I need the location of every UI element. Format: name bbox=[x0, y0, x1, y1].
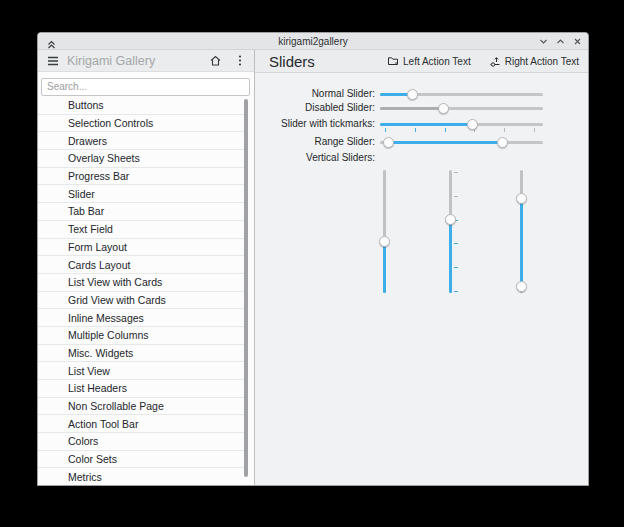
sidebar-item[interactable]: Drawers bbox=[38, 132, 246, 150]
normal-slider[interactable] bbox=[380, 88, 543, 100]
sidebar-item-label: List Headers bbox=[68, 382, 127, 394]
sliders-page: Normal Slider: Disabled Slider: Slider w… bbox=[255, 73, 588, 485]
app-window: kirigami2gallery Kirigami Gallery Button… bbox=[37, 32, 589, 486]
sidebar-nav-list: ButtonsSelection ControlsDrawersOverlay … bbox=[38, 97, 246, 485]
slider-handle[interactable] bbox=[379, 236, 390, 247]
maximize-icon[interactable] bbox=[556, 37, 565, 46]
sidebar-item-label: Text Field bbox=[68, 223, 113, 235]
sidebar-item-label: Slider bbox=[68, 188, 95, 200]
slider-fill bbox=[520, 198, 523, 287]
slider-fill bbox=[383, 241, 386, 293]
sidebar-item[interactable]: Multiple Columns bbox=[38, 327, 246, 345]
range-slider[interactable] bbox=[380, 136, 543, 148]
slider-fill bbox=[380, 107, 444, 110]
sidebar-item[interactable]: Slider bbox=[38, 185, 246, 203]
titlebar: kirigami2gallery bbox=[38, 33, 588, 50]
slider-tickmarks bbox=[385, 127, 534, 132]
page-title: Sliders bbox=[269, 53, 384, 70]
range-low-handle[interactable] bbox=[383, 137, 394, 148]
tick-mark bbox=[454, 267, 458, 268]
sidebar-item[interactable]: Colors bbox=[38, 433, 246, 451]
sidebar-item-label: Misc. Widgets bbox=[68, 347, 133, 359]
range-low-handle[interactable] bbox=[516, 193, 527, 204]
sidebar-item-label: Progress Bar bbox=[68, 170, 129, 182]
slider-fill bbox=[388, 141, 502, 144]
sidebar-item[interactable]: List Headers bbox=[38, 380, 246, 398]
tick-mark bbox=[385, 128, 386, 132]
tick-mark bbox=[454, 196, 458, 197]
sidebar-item[interactable]: Cards Layout bbox=[38, 256, 246, 274]
app-title: Kirigami Gallery bbox=[67, 54, 254, 68]
sidebar-item[interactable]: Progress Bar bbox=[38, 168, 246, 186]
sidebar-item[interactable]: Selection Controls bbox=[38, 115, 246, 133]
tick-mark bbox=[454, 172, 458, 173]
sidebar-item-label: Inline Messages bbox=[68, 312, 144, 324]
sidebar: Kirigami Gallery ButtonsSelection Contro… bbox=[38, 50, 255, 485]
sidebar-item-label: Drawers bbox=[68, 135, 107, 147]
sidebar-item-label: Colors bbox=[68, 435, 98, 447]
vertical-slider-1[interactable] bbox=[378, 170, 390, 293]
sidebar-item[interactable]: Text Field bbox=[38, 221, 246, 239]
sidebar-item[interactable]: Color Sets bbox=[38, 451, 246, 469]
range-high-handle[interactable] bbox=[516, 281, 527, 292]
tickmarks-slider[interactable] bbox=[380, 118, 543, 130]
window-title: kirigami2gallery bbox=[38, 36, 588, 47]
sidebar-item[interactable]: Inline Messages bbox=[38, 309, 246, 327]
right-action-label: Right Action Text bbox=[505, 56, 579, 67]
tick-mark bbox=[445, 128, 446, 132]
sidebar-scrollbar[interactable] bbox=[244, 99, 248, 477]
sidebar-item-label: Cards Layout bbox=[68, 259, 130, 271]
close-icon[interactable] bbox=[573, 37, 582, 46]
tick-mark bbox=[415, 128, 416, 132]
sidebar-item-label: Selection Controls bbox=[68, 117, 153, 129]
sidebar-item[interactable]: Form Layout bbox=[38, 239, 246, 257]
home-button[interactable] bbox=[209, 54, 222, 67]
left-action-button[interactable]: Left Action Text bbox=[384, 53, 474, 69]
sidebar-item-label: Non Scrollable Page bbox=[68, 400, 164, 412]
tick-mark bbox=[454, 243, 458, 244]
sidebar-item-label: Metrics bbox=[68, 471, 102, 483]
sidebar-item[interactable]: List View bbox=[38, 362, 246, 380]
slider-handle[interactable] bbox=[407, 89, 418, 100]
slider-handle bbox=[438, 103, 449, 114]
slider-fill bbox=[380, 123, 473, 126]
sidebar-item[interactable]: Metrics bbox=[38, 468, 246, 485]
left-action-label: Left Action Text bbox=[403, 56, 471, 67]
sidebar-item[interactable]: Overlay Sheets bbox=[38, 150, 246, 168]
sidebar-item-label: Action Tool Bar bbox=[68, 418, 138, 430]
minimize-icon[interactable] bbox=[539, 37, 548, 46]
right-action-button[interactable]: Right Action Text bbox=[486, 53, 582, 69]
sidebar-item[interactable]: List View with Cards bbox=[38, 274, 246, 292]
hamburger-menu-icon[interactable] bbox=[47, 56, 59, 66]
slider-tickmarks bbox=[453, 172, 458, 291]
sidebar-item-label: Tab Bar bbox=[68, 205, 104, 217]
tick-mark bbox=[504, 128, 505, 132]
slider-handle[interactable] bbox=[445, 214, 456, 225]
normal-slider-label: Normal Slider: bbox=[255, 88, 375, 100]
adjust-slider-icon bbox=[489, 55, 501, 67]
sidebar-item[interactable]: Grid View with Cards bbox=[38, 292, 246, 310]
disabled-slider-label: Disabled Slider: bbox=[255, 102, 375, 114]
search-input[interactable] bbox=[41, 78, 250, 96]
tickmarks-slider-label: Slider with tickmarks: bbox=[255, 118, 375, 130]
disabled-slider bbox=[380, 102, 543, 114]
vertical-slider-2[interactable] bbox=[444, 170, 456, 293]
sidebar-item-label: List View bbox=[68, 365, 110, 377]
tick-mark bbox=[534, 128, 535, 132]
sidebar-item[interactable]: Action Tool Bar bbox=[38, 415, 246, 433]
sidebar-item[interactable]: Buttons bbox=[38, 97, 246, 115]
sidebar-item[interactable]: Non Scrollable Page bbox=[38, 398, 246, 416]
slider-fill bbox=[449, 219, 452, 293]
vertical-range-slider[interactable] bbox=[515, 170, 527, 293]
range-slider-label: Range Slider: bbox=[255, 136, 375, 148]
sidebar-item-label: List View with Cards bbox=[68, 276, 162, 288]
sidebar-item-label: Color Sets bbox=[68, 453, 117, 465]
slider-handle[interactable] bbox=[467, 119, 478, 130]
sidebar-item[interactable]: Misc. Widgets bbox=[38, 345, 246, 363]
sidebar-item-label: Overlay Sheets bbox=[68, 152, 140, 164]
range-high-handle[interactable] bbox=[497, 137, 508, 148]
folder-icon bbox=[387, 55, 399, 67]
sidebar-item-label: Multiple Columns bbox=[68, 329, 149, 341]
kebab-menu-icon[interactable] bbox=[238, 54, 242, 67]
sidebar-item[interactable]: Tab Bar bbox=[38, 203, 246, 221]
